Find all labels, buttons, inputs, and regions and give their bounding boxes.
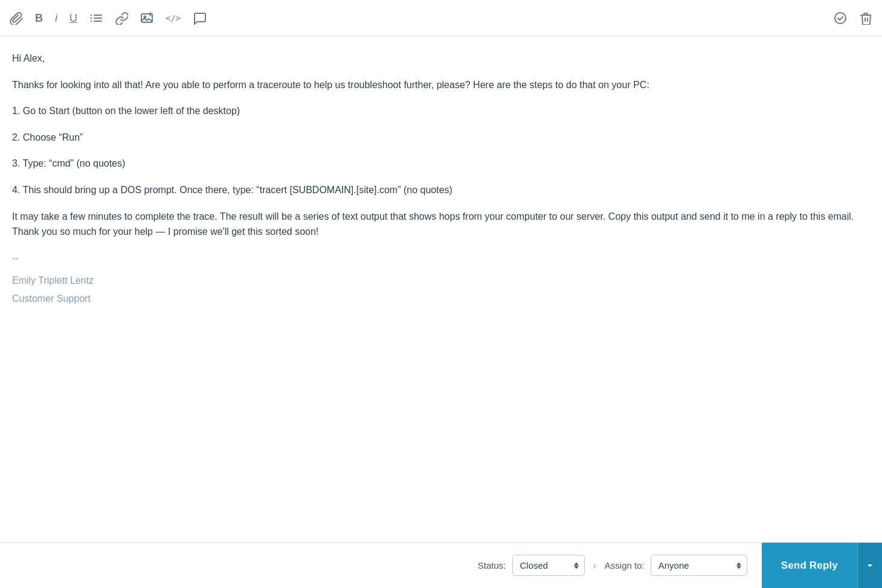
- check-circle-icon[interactable]: [834, 11, 847, 25]
- italic-icon[interactable]: i: [55, 13, 57, 24]
- step-4: 4. This should bring up a DOS prompt. On…: [12, 182, 870, 198]
- signature-role: Customer Support: [12, 291, 870, 307]
- step-3: 3. Type: “cmd” (no quotes): [12, 156, 870, 171]
- link-icon[interactable]: [115, 11, 128, 25]
- underline-icon[interactable]: U: [69, 13, 77, 24]
- editor-content: Hi Alex, Thanks for looking into all tha…: [12, 51, 870, 307]
- status-section: Status: Closed Open Pending › Assign to:…: [468, 545, 757, 586]
- svg-point-3: [91, 14, 92, 15]
- assign-label: Assign to:: [605, 560, 645, 570]
- list-icon[interactable]: [89, 11, 103, 25]
- status-select-wrapper: Closed Open Pending: [512, 555, 585, 576]
- assign-select[interactable]: Anyone Me Team: [651, 555, 747, 576]
- paragraph-2: It may take a few minutes to complete th…: [12, 209, 870, 240]
- toolbar-right: [834, 11, 872, 25]
- chevron-separator: ›: [593, 560, 596, 571]
- status-label: Status:: [478, 560, 506, 570]
- svg-point-10: [835, 13, 846, 24]
- signature-separator: --: [12, 251, 870, 266]
- send-reply-dropdown-button[interactable]: [857, 543, 882, 588]
- signature-name: Emily Triplett Lentz: [12, 273, 870, 289]
- send-reply-button[interactable]: Send Reply: [762, 543, 857, 588]
- bold-icon[interactable]: B: [35, 13, 43, 24]
- quote-icon[interactable]: [193, 11, 206, 25]
- status-select[interactable]: Closed Open Pending: [512, 555, 585, 576]
- assign-select-wrapper: Anyone Me Team: [651, 555, 747, 576]
- trash-icon[interactable]: [859, 11, 872, 25]
- signature-block: Emily Triplett Lentz Customer Support: [12, 273, 870, 306]
- editor-toolbar: B i U: [0, 0, 882, 36]
- svg-point-5: [91, 20, 92, 21]
- footer-bar: Status: Closed Open Pending › Assign to:…: [0, 542, 882, 588]
- paragraph-1: Thanks for looking into all that! Are yo…: [12, 77, 870, 93]
- greeting: Hi Alex,: [12, 51, 870, 66]
- paperclip-icon[interactable]: [10, 11, 23, 25]
- send-reply-wrapper: Send Reply: [762, 543, 882, 588]
- svg-point-4: [91, 17, 92, 18]
- step-1: 1. Go to Start (button on the lower left…: [12, 103, 870, 119]
- code-icon[interactable]: </>: [166, 14, 181, 22]
- step-2: 2. Choose “Run”: [12, 130, 870, 145]
- toolbar-left: B i U: [10, 11, 834, 25]
- image-icon[interactable]: [140, 11, 153, 25]
- editor-area[interactable]: Hi Alex, Thanks for looking into all tha…: [0, 36, 882, 542]
